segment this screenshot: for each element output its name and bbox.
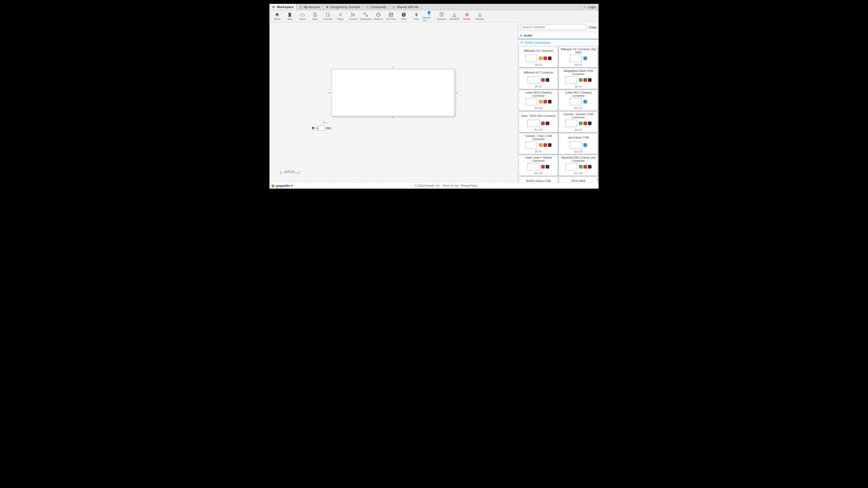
module-logos (579, 122, 592, 125)
svg-point-11 (354, 14, 355, 15)
category-audio[interactable]: Audio (518, 32, 598, 39)
tab-label: Workspace (277, 5, 293, 9)
module-price: $13.25 (574, 107, 583, 110)
module-library: Clear Audio COM Connectors 96Boards CE C… (518, 22, 598, 182)
svg-point-4 (366, 6, 367, 7)
refocus-button[interactable]: Refocus (372, 10, 385, 22)
validate-button[interactable]: Validate (473, 10, 486, 22)
module-card[interactable]: Colibri iMX6 (Toradex) Connector$10.00 (519, 90, 558, 111)
save-button[interactable]: Save (309, 10, 321, 22)
module-title: PICO-IMX6 (571, 178, 585, 182)
module-info-button[interactable]: Module Info (423, 10, 435, 22)
terms-link[interactable]: Terms of Use (442, 184, 459, 187)
resize-handle-w[interactable]: ⇔ (328, 91, 330, 94)
new-button[interactable]: New (283, 10, 296, 22)
builder-button[interactable]: Builder (461, 10, 473, 22)
tab-workspace[interactable]: Workspace (270, 4, 296, 10)
svg-point-5 (368, 6, 368, 7)
vendor-logo-icon (548, 57, 552, 60)
resize-handle-n[interactable]: ⇕ (392, 66, 394, 69)
vendor-logo-icon (583, 100, 587, 103)
module-title: Colibri iMX7 (Toradex) Connector (560, 91, 597, 98)
share-button[interactable]: Share (334, 10, 347, 22)
module-card[interactable]: PICO-IMX6 (559, 177, 598, 182)
corner-radius-input[interactable] (316, 126, 325, 130)
tab-label: Login (588, 5, 596, 9)
module-thumb-icon (565, 163, 577, 170)
module-card[interactable]: 96Boards CE Connector$8.00 (519, 46, 558, 68)
board-outline[interactable]: ⇕ ⇕ ⇔ ⇔ (331, 69, 455, 116)
module-card[interactable]: Intel® Joule™ Module Connector$15.00 (519, 155, 558, 176)
tab-designed-by-gumstix[interactable]: Designed by Gumstix (323, 4, 363, 10)
module-thumb-icon (570, 141, 582, 149)
svg-point-0 (272, 6, 274, 7)
module-thumb-icon (528, 163, 539, 170)
module-price: $10.00 (574, 150, 583, 153)
svg-point-18 (480, 16, 482, 17)
vendor-logo-icon (583, 122, 587, 125)
corner-radius-control: R: mm (312, 126, 331, 130)
vendor-logo-icon (588, 122, 592, 125)
module-title: Intel Edison COM (568, 135, 589, 141)
tab-shared-with-me[interactable]: Shared with Me (390, 4, 422, 10)
canvas[interactable]: ⇕ ⇕ ⇔ ⇔ R: mm 16.67 mm (270, 22, 518, 182)
footer: ◉ geppetto® © 2018 Gumstix, Inc. Terms o… (270, 182, 598, 189)
autodoc-button[interactable]: Autodoc (435, 10, 448, 22)
resize-handle-e[interactable]: ⇔ (456, 91, 458, 94)
module-price: $3.50 (575, 128, 582, 131)
vendor-logo-icon (579, 122, 583, 125)
module-thumb-icon (525, 55, 537, 62)
module-thumb-icon (525, 98, 537, 105)
resize-handle-s[interactable]: ⇕ (392, 116, 394, 119)
r-unit: mm (326, 126, 331, 130)
top-tabs: Workspace My Account Designed by Gumstix… (270, 4, 598, 10)
save-as-button[interactable]: Save As (321, 10, 334, 22)
connect-button[interactable]: Connect (347, 10, 360, 22)
module-logos (541, 78, 549, 82)
geppetto-swirl-icon: ◉ (271, 183, 275, 188)
module-logos (541, 122, 549, 125)
module-card[interactable]: Colibri iMX7 (Toradex) Connector$13.25 (559, 90, 598, 111)
tab-login[interactable]: Login (581, 4, 598, 10)
help-button[interactable]: ?Help (397, 10, 410, 22)
module-card[interactable]: Gumstix - Overo COM Connector$5.00 (519, 133, 558, 155)
brand-logo: ◉ geppetto® (271, 183, 293, 188)
vendor-logo-icon (539, 143, 542, 147)
price-button[interactable]: $Price (410, 10, 423, 22)
module-card[interactable]: Dave - DIVA 335x Connector$11.00 (519, 111, 558, 133)
module-card[interactable]: Gumstix - DuoVero COM Connector$3.50 (559, 111, 598, 133)
category-com-connectors[interactable]: COM Connectors (518, 39, 598, 46)
vendor-logo-icon (588, 165, 592, 168)
module-card[interactable]: MitySOM-335x (Critical Link) Connector$1… (559, 155, 598, 176)
module-thumb-icon (570, 55, 582, 62)
svg-point-6 (393, 6, 394, 7)
open-button[interactable]: Open (296, 10, 309, 22)
module-price: $8.00 (575, 63, 582, 66)
tab-community[interactable]: Community (363, 4, 390, 10)
module-card[interactable]: Intel Edison COM$10.00 (559, 133, 598, 155)
module-thumb-icon (528, 76, 539, 84)
module-card[interactable]: 96Boards IoT Connector$5.00 (519, 68, 558, 90)
tab-label: Shared with Me (397, 5, 418, 9)
module-price: $4.10 (575, 85, 582, 88)
privacy-link[interactable]: Privacy Policy (461, 184, 477, 187)
module-card[interactable]: BeagleBone Black COM Connector$4.10 (559, 68, 598, 90)
search-input[interactable] (520, 24, 587, 30)
module-logos (539, 100, 552, 103)
3d-view-button[interactable]: 3D View (385, 10, 397, 22)
chevron-down-icon (521, 42, 523, 43)
svg-point-3 (300, 6, 301, 7)
clear-search-button[interactable]: Clear (589, 25, 597, 29)
dimension-button[interactable]: Dimension (360, 10, 372, 22)
workspace-icon (272, 5, 275, 8)
svg-text:$: $ (415, 12, 417, 17)
home-button[interactable]: Home (271, 10, 283, 22)
vendor-logo-icon (548, 143, 552, 147)
tab-my-account[interactable]: My Account (296, 4, 323, 10)
module-title: Colibri iMX6 (Toradex) Connector (520, 91, 557, 98)
module-card[interactable]: 96Boards CE Connector (Top Side)$8.00 (559, 46, 598, 68)
gumstix-icon (326, 5, 329, 8)
autobsp-button[interactable]: AutoBSP (448, 10, 461, 22)
module-card[interactable]: NVIDIA Jetson COM (519, 177, 558, 182)
vendor-logo-icon (583, 143, 587, 147)
